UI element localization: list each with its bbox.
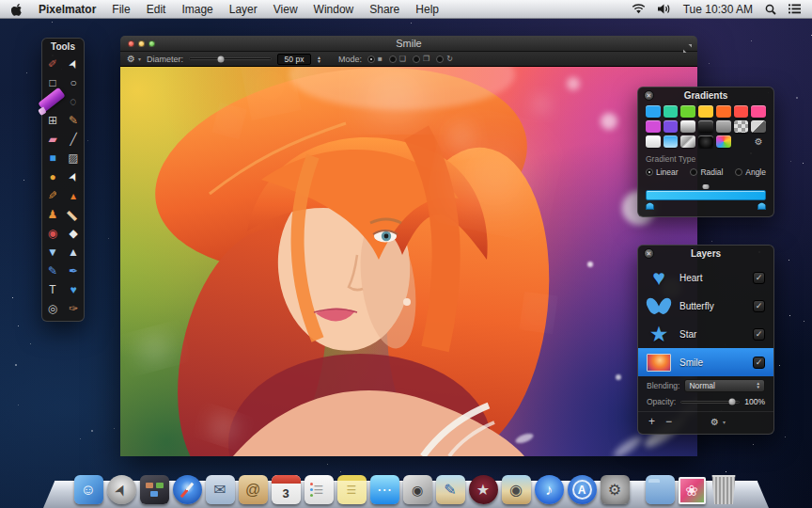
tool-move[interactable]: ✐ <box>42 55 63 73</box>
tool-pencil-blue[interactable]: ✎ <box>42 262 63 280</box>
mode-intersect-radio[interactable] <box>436 56 444 63</box>
mode-intersect[interactable]: ↻ <box>436 55 453 63</box>
menu-item-edit[interactable]: Edit <box>147 3 166 16</box>
dock-icon-preview[interactable]: ✎ <box>436 475 465 504</box>
layer-visibility-checkbox[interactable]: ✓ <box>753 328 765 341</box>
layer-visibility-checkbox[interactable]: ✓ <box>753 300 765 312</box>
mode-add[interactable]: ❏ <box>389 55 406 63</box>
menu-item-view[interactable]: View <box>273 3 298 16</box>
dock-icon-trash[interactable] <box>710 475 739 504</box>
apple-menu[interactable] <box>11 2 23 16</box>
menu-clock[interactable]: Tue 10:30 AM <box>683 3 753 16</box>
gradient-swatch-gray[interactable] <box>716 120 731 133</box>
tool-direct-select[interactable]: ➤ <box>63 167 84 186</box>
menu-item-help[interactable]: Help <box>415 3 439 16</box>
gradient-type-angle[interactable]: Angle <box>735 167 766 177</box>
tool-eraser[interactable]: ▰ <box>42 130 63 149</box>
dock-icon-launchpad[interactable]: ➤ <box>107 475 136 504</box>
layers-panel-header[interactable]: ✕ Layers <box>638 246 773 262</box>
layer-visibility-checkbox[interactable]: ✓ <box>753 272 765 284</box>
gradient-type-linear-radio[interactable] <box>646 168 653 176</box>
menu-item-pixelmator[interactable]: Pixelmator <box>39 3 96 16</box>
dock-icon-safari[interactable] <box>173 475 202 504</box>
tool-brush[interactable]: ✎ <box>42 186 63 205</box>
tool-fill[interactable]: ■ <box>42 149 63 167</box>
gradient-swatch-magenta[interactable] <box>646 120 661 133</box>
diameter-slider[interactable] <box>189 57 272 60</box>
opacity-slider[interactable] <box>680 401 740 404</box>
menu-item-file[interactable]: File <box>112 3 130 16</box>
dock-icon-messages[interactable]: ⋯ <box>370 475 399 504</box>
gradient-swatch-purple[interactable] <box>664 120 679 133</box>
gradient-stop-start[interactable] <box>646 202 654 210</box>
dock-icon-reminders[interactable]: ☰ <box>304 475 334 504</box>
tool-type[interactable]: T <box>42 280 63 299</box>
gradient-preview-bar[interactable] <box>646 190 766 200</box>
mode-subtract[interactable]: ❐ <box>413 55 429 63</box>
gradient-swatch-black-radial[interactable] <box>698 135 713 148</box>
tool-red-eye[interactable]: ◉ <box>42 224 63 243</box>
tool-zoom[interactable]: ◎ <box>42 299 63 318</box>
diameter-stepper[interactable]: ▲▼ <box>317 56 321 63</box>
document-canvas[interactable] <box>120 67 697 456</box>
gradient-swatch-white[interactable] <box>646 135 661 148</box>
layer-row-smile[interactable]: Smile✓ <box>638 348 773 376</box>
menu-item-window[interactable]: Window <box>314 3 354 16</box>
dock-icon-iphoto[interactable]: ◉ <box>502 475 531 504</box>
gradient-swatch-white-gray[interactable] <box>680 120 695 133</box>
volume-icon[interactable] <box>658 4 671 14</box>
tool-sharpen[interactable]: ▲ <box>63 243 84 262</box>
brush-settings-gear-icon[interactable]: ⚙ <box>127 54 135 64</box>
dock-icon-notes[interactable]: ☰ <box>337 475 367 504</box>
tool-pen[interactable]: ✒ <box>63 262 84 280</box>
tool-shape-ellipse[interactable]: ● <box>42 167 63 186</box>
gradient-swatch-green[interactable] <box>680 105 695 118</box>
gradient-swatch-teal[interactable] <box>664 105 679 118</box>
gradient-swatch-yellow[interactable] <box>698 105 713 118</box>
gradient-swatch-blue-fade[interactable] <box>664 135 679 148</box>
tool-marquee-ellipse[interactable]: ○ <box>63 73 84 92</box>
tool-crop[interactable]: ⊞ <box>42 111 63 130</box>
dock-icon-app-store[interactable]: A <box>568 475 597 504</box>
dock-icon-imovie[interactable]: ★ <box>469 475 498 504</box>
mode-normal[interactable]: ■ <box>367 55 383 63</box>
tool-blur-drop[interactable]: ▼ <box>42 243 63 262</box>
tool-line[interactable]: ╱ <box>63 130 84 149</box>
gradient-type-radial-radio[interactable] <box>690 168 697 176</box>
remove-layer-button[interactable]: − <box>665 415 672 428</box>
minimize-window-button[interactable] <box>138 40 145 47</box>
add-layer-button[interactable]: + <box>648 415 655 428</box>
tool-pencil[interactable]: ✎ <box>63 111 84 130</box>
layer-visibility-checkbox[interactable]: ✓ <box>753 357 765 369</box>
dock-icon-system-preferences[interactable]: ⚙ <box>601 475 630 504</box>
menu-item-image[interactable]: Image <box>181 3 212 16</box>
gradient-midpoint-knob[interactable] <box>703 184 710 189</box>
gradient-swatch-red[interactable] <box>734 105 749 118</box>
gradient-stop-end[interactable] <box>757 202 766 210</box>
dock-icon-mission-control[interactable] <box>140 475 169 504</box>
opacity-slider-knob[interactable] <box>728 399 735 405</box>
gradient-swatch-checker[interactable] <box>734 120 749 133</box>
layer-settings-gear-icon[interactable]: ⚙ <box>710 417 719 427</box>
document-titlebar[interactable]: Smile <box>120 36 697 52</box>
fullscreen-icon[interactable] <box>683 40 692 56</box>
dock-icon-contacts[interactable]: @ <box>239 475 268 504</box>
diameter-value-field[interactable]: 50 px <box>277 54 311 65</box>
mode-add-radio[interactable] <box>389 56 397 63</box>
gradient-swatch-rainbow[interactable] <box>716 135 731 148</box>
canvas-image[interactable] <box>120 67 697 456</box>
dock-icon-facetime[interactable]: ◉ <box>403 475 432 504</box>
gradient-type-radial[interactable]: Radial <box>690 167 723 177</box>
notification-center-icon[interactable] <box>789 4 801 14</box>
menu-item-share[interactable]: Share <box>369 3 399 16</box>
tool-clone-stamp[interactable]: ♟ <box>42 205 63 224</box>
gradient-swatch-blue[interactable] <box>646 105 661 118</box>
gradient-swatch-black[interactable] <box>698 120 713 133</box>
mode-normal-radio[interactable] <box>367 56 375 63</box>
spotlight-icon[interactable] <box>765 4 776 15</box>
tool-eyedropper[interactable]: ✑ <box>63 299 84 318</box>
blending-dropdown[interactable]: Normal ▲▼ <box>684 379 765 392</box>
zoom-window-button[interactable] <box>148 40 155 47</box>
gradient-type-linear[interactable]: Linear <box>646 167 679 177</box>
mode-subtract-radio[interactable] <box>413 56 420 63</box>
